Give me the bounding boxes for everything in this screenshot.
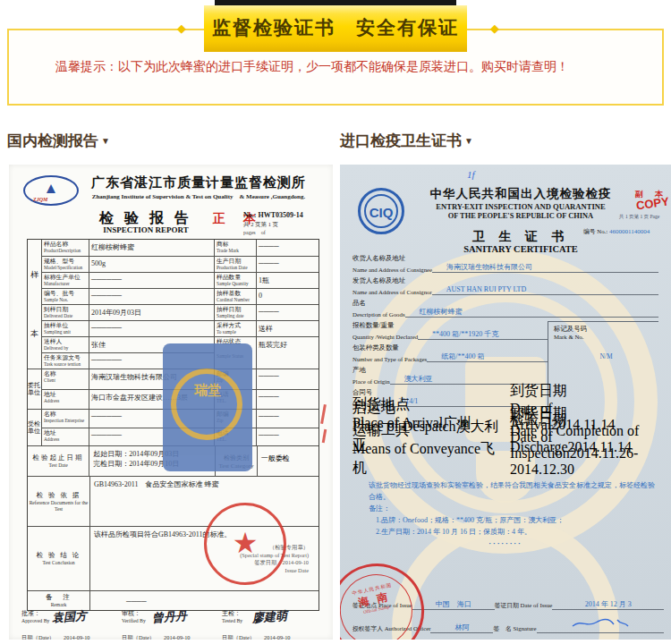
inspection-result-paragraph: 该批货物经过现场查验和实验室检验，结果符合我国相关食品安全标准之规定，标签经检验… [352, 479, 658, 549]
field-row: 收货人名称及地址 Name and Address of Consignee海南… [352, 254, 658, 276]
ciq-logo-text: CIQ [364, 194, 398, 228]
field-row-two-col: 运输工具 Means of Conveyance飞机 检验日期 Date of … [352, 455, 658, 478]
logo-text: ZJQM [33, 197, 47, 202]
reference-value: GB14963-2011 食品安全国家标准 蜂蜜 [90, 477, 319, 526]
section-header-import-certificate[interactable]: 进口检疫卫生证书▼ [340, 131, 473, 151]
table-row: 到样日期Delivered Date 2014年09月03日 抽样日期Sampl… [42, 304, 319, 320]
section-header-domestic-report[interactable]: 国内检测报告▼ [7, 131, 110, 151]
place-of-issue-value: 中国 海口 [412, 599, 495, 610]
chevron-down-icon: ▼ [464, 136, 473, 146]
section-header-label: 进口检疫卫生证书 [340, 132, 462, 149]
report-title-en: INSPECTION REPORT [79, 225, 213, 234]
official-red-stamp-icon: 中华人民共和国 海 南 Official Stamp [340, 555, 433, 640]
field-row: 发货人名称及地址 Name and Address of ConsignorAU… [352, 276, 658, 299]
report-number: No.: HWT03509-14 [243, 211, 329, 219]
pages-cn: 共 2 页第 1 页 [243, 221, 278, 227]
gold-ring-icon [171, 369, 242, 440]
handwritten-signature: 曾丹丹 [151, 608, 187, 627]
institute-name-en: Zhanjiang Institute of Supervision & Tes… [64, 192, 333, 201]
notice-text: 温馨提示：以下为此次蜂蜜的进口手续证明，少一项都不能确保是原装进口。购买时请查明… [55, 59, 646, 75]
field-row: 品名 Description of Goods红柳桉树蜂蜜 [352, 299, 658, 321]
group-char: 样 [30, 269, 38, 281]
sanitary-certificate: 1f CIQ 中华人民共和国出入境检验检疫 ENTRY-EXIT INSPECT… [340, 165, 671, 640]
signature-block: 审核： Verified By 曾丹丹 日期（Date）2014-09-10 [122, 609, 222, 640]
remark-row: 备 注Remark ──── [28, 590, 319, 610]
signature-block: 批准： Approved By 袁国方 日期（Date）2014-09-10 [21, 609, 122, 640]
mark-value: N/M [554, 352, 658, 360]
certificate-number-value: 4600001140004 [609, 228, 650, 235]
banner-title: 监督检验证书 安全有保证 [204, 5, 467, 52]
field-row: 报检数量/重量 Quantity /Weight Declared**400 箱… [352, 321, 548, 343]
page-note: 共 1 页第 1 页 Page [619, 214, 667, 220]
authority-name-en1: ENTRY-EXIT INSPECTION AND QUARANTINE [412, 202, 630, 211]
signature-scribble [537, 617, 664, 633]
certificate-number-label: 编号 No.: [583, 228, 607, 234]
diamond-icon: ◆ [177, 21, 186, 35]
report-pages: 共 2 页第 1 页 pages of [243, 221, 329, 237]
seal-characters: 瑞堂 [163, 383, 252, 398]
institute-name-cn: 广东省湛江市质量计量监督检测所 [70, 174, 327, 191]
domestic-inspection-report: ▲ ZJQM 广东省湛江市质量计量监督检测所 Zhanjiang Institu… [9, 165, 333, 640]
dotted-line: ········ [352, 538, 658, 549]
red-check-mark-icon [322, 429, 327, 443]
diamond-icon: ◆ [490, 21, 499, 35]
authorized-officer-value: 林阿 [430, 623, 493, 633]
red-check-mark-icon [320, 404, 327, 424]
ciq-logo-icon: CIQ [358, 188, 404, 234]
red-round-stamp-icon: ★ [204, 503, 286, 585]
certificate-number: 编号 No.: 4600001140004 [583, 227, 669, 236]
group-label-enterprise: 受检单位 [28, 410, 42, 445]
signature-block: 主检： Tested By 廖建萌 日期（Date）2014-09-10 [222, 609, 322, 640]
blue-gold-seal-watermark: 瑞堂 [163, 343, 252, 471]
date-of-issue-label: 签证日期 Date of Issue [495, 601, 553, 610]
group-label-sample: 样 本 [28, 240, 42, 369]
group-label-client: 委托单位 [28, 369, 42, 409]
authority-name-cn: 中华人民共和国出入境检验检疫 [412, 186, 630, 202]
group-char: 本 [30, 328, 38, 340]
section-header-label: 国内检测报告 [7, 132, 98, 149]
signature-label: 签 名 Signature [493, 624, 536, 633]
chevron-down-icon: ▼ [101, 136, 110, 146]
table-row: 样品名称ProductDescription 红柳桉树蜂蜜 商标Trade Ma… [42, 240, 319, 256]
certificate-fields: 收货人名称及地址 Name and Address of Consignee海南… [352, 254, 658, 478]
date-of-issue-value: 2014 年 12 月 3 [552, 599, 664, 610]
pen-mark: 1f [467, 169, 475, 180]
authority-name-en2: OF THE PEOPLE'S REPUBLIC OF CHINA [412, 212, 630, 220]
signature-footer: 批准： Approved By 袁国方 日期（Date）2014-09-10 审… [21, 609, 322, 640]
star-icon: ★ [207, 505, 284, 580]
table-row: 抽样单位Sampling unit ────── 采样方式To sample 送… [42, 320, 319, 336]
test-category-value: 一般委检 [257, 446, 319, 476]
pages-en: pages of [243, 229, 329, 237]
handwritten-signature: 袁国方 [51, 608, 87, 627]
field-row: 包装种类及数量 Number and Type of Packages纸箱/**… [352, 343, 548, 366]
promo-page: 监督检验证书 安全有保证 ◆ ◆ 温馨提示：以下为此次蜂蜜的进口手续证明，少一项… [0, 0, 671, 644]
certificate-title-en: SANITARY CERTIFICATE [412, 244, 630, 254]
handwritten-signature: 廖建萌 [251, 608, 287, 627]
table-row: 规格、型号Model/Specification 500g 生产日期Produc… [42, 256, 319, 272]
table-row: 标称生产单位Manufacturer ────── 样品数量Sample Qua… [42, 272, 319, 288]
table-row: 编号、批号Sample Nos. ────── 抽样基数Cardinal Num… [42, 288, 319, 304]
